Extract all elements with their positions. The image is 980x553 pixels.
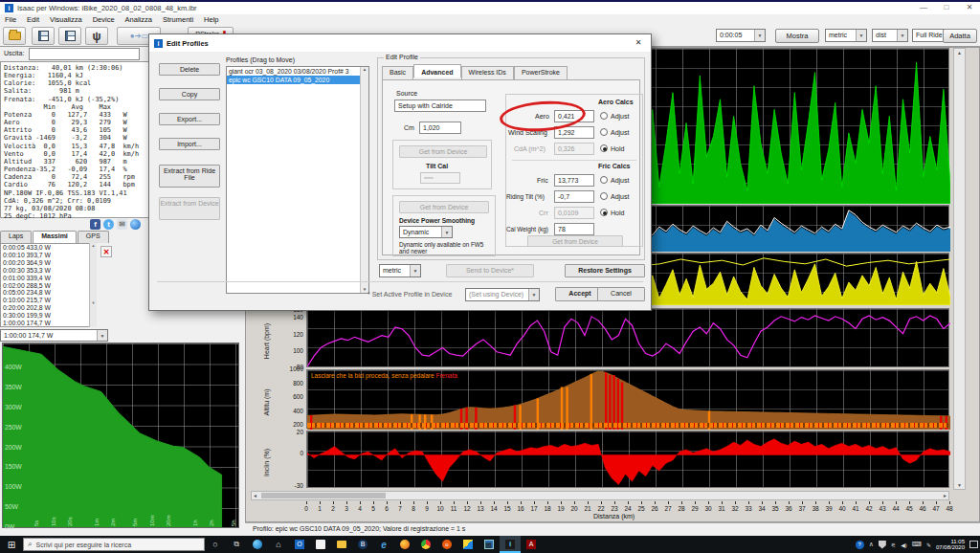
- horizontal-scrollbar[interactable]: ◄►: [251, 491, 949, 500]
- set-active-combo[interactable]: (Set using Device)▼: [465, 288, 540, 301]
- tab-wireless-ids[interactable]: Wireless IDs: [461, 66, 514, 79]
- export-profile-button[interactable]: Export...: [159, 113, 220, 125]
- keyboard-icon[interactable]: ⌨: [912, 541, 922, 548]
- tab-powerstroke[interactable]: PowerStroke: [514, 66, 568, 79]
- adatta-button[interactable]: Adatta: [943, 29, 977, 43]
- file-explorer-icon[interactable]: [331, 536, 352, 553]
- usb-connect-button[interactable]: ψ: [85, 27, 108, 45]
- taskbar-search[interactable]: ⌕ Scrivi qui per eseguire la ricerca: [23, 538, 205, 551]
- network-icon[interactable]: ⚟: [891, 542, 896, 548]
- max-duration-combo[interactable]: 1:00:00 174,7 W▼: [0, 329, 108, 342]
- tray-chevron-icon[interactable]: ∧: [869, 541, 874, 548]
- open-file-button[interactable]: [3, 27, 26, 45]
- menu-item-file[interactable]: File: [5, 15, 16, 24]
- time-interval-combo[interactable]: 0:00:05▼: [716, 29, 766, 42]
- get-from-device-button-3[interactable]: Get from Device: [527, 235, 623, 247]
- chrome-icon[interactable]: [415, 536, 436, 553]
- list-item[interactable]: 0:00:20 364,9 W: [3, 259, 96, 267]
- max-power-list[interactable]: 0:00:05 433,0 W0:00:10 393,7 W0:00:20 36…: [0, 243, 97, 327]
- clock[interactable]: 11:0507/08/2020: [936, 539, 965, 551]
- list-item[interactable]: 0:00:10 393,7 W: [3, 252, 96, 259]
- riding-tilt-field[interactable]: -0,7: [554, 190, 594, 203]
- tilt-adjust-radio[interactable]: Adjust: [600, 192, 629, 200]
- twitter-icon[interactable]: t: [103, 219, 114, 230]
- calculator-icon[interactable]: ▦: [479, 536, 500, 553]
- list-item[interactable]: 0:02:00 288,5 W: [3, 282, 96, 290]
- fric-hold-radio[interactable]: Hold: [600, 209, 624, 216]
- list-item[interactable]: 1:00:00 174,7 W: [3, 320, 96, 327]
- profiles-scrollbar[interactable]: ▲▼: [360, 67, 368, 293]
- chevron-down-icon[interactable]: ▼: [410, 265, 420, 276]
- aero-hold-radio[interactable]: Hold: [600, 144, 624, 152]
- list-item[interactable]: 0:01:00 339,4 W: [3, 275, 96, 282]
- firefox-icon[interactable]: [394, 536, 415, 553]
- list-item[interactable]: 0:10:00 215,7 W: [3, 297, 96, 304]
- dps-combo[interactable]: Dynamic▼: [399, 226, 453, 238]
- fric-adjust-radio[interactable]: Adjust: [600, 176, 629, 184]
- chevron-down-icon[interactable]: ▼: [97, 330, 107, 341]
- extract-from-device-button[interactable]: Extract from Device: [159, 197, 220, 220]
- menu-item-visualizza[interactable]: Visualizza: [50, 15, 82, 24]
- tab-advanced[interactable]: Advanced: [413, 64, 460, 77]
- cancel-button[interactable]: Cancel: [597, 287, 645, 301]
- chevron-down-icon[interactable]: ▼: [856, 30, 866, 41]
- menu-item-device[interactable]: Device: [93, 15, 115, 24]
- aero-adjust-radio[interactable]: Adjust: [600, 112, 629, 120]
- vertical-scrollbar[interactable]: ▲▼: [953, 48, 966, 490]
- pen-icon[interactable]: ✎: [926, 542, 931, 548]
- maximize-button[interactable]: □: [940, 3, 953, 11]
- menu-item-help[interactable]: Help: [204, 15, 218, 24]
- store-icon[interactable]: [310, 536, 331, 553]
- start-button[interactable]: ⊞: [0, 540, 23, 550]
- max-list-scrollbar[interactable]: ▲▼: [89, 243, 97, 327]
- cal-weight-field[interactable]: 78: [554, 223, 594, 235]
- import-profile-button[interactable]: Import...: [159, 138, 220, 150]
- delete-profile-button[interactable]: Delete: [159, 63, 220, 76]
- profiles-list[interactable]: giant ocr 03_08_2020 03/08/2020 Prof# 3e…: [226, 66, 369, 294]
- isaac-app-icon[interactable]: i: [500, 536, 521, 553]
- task-view-button[interactable]: ⧉: [226, 536, 247, 553]
- chevron-down-icon[interactable]: ▼: [528, 289, 539, 300]
- save-as-button[interactable]: [58, 27, 81, 45]
- list-item[interactable]: 0:05:00 234,8 W: [3, 289, 96, 297]
- fric-field[interactable]: 13,773: [554, 174, 594, 187]
- units-combo[interactable]: metric▼: [825, 29, 867, 42]
- tab-basic[interactable]: Basic: [382, 66, 413, 79]
- tab-massimi[interactable]: Massimi: [33, 231, 77, 243]
- internet-explorer-icon[interactable]: e: [373, 536, 394, 553]
- chevron-down-icon[interactable]: ▼: [754, 30, 765, 41]
- list-item[interactable]: 0:00:30 353,3 W: [3, 267, 96, 275]
- wind-adjust-radio[interactable]: Adjust: [600, 128, 629, 136]
- acrobat-icon[interactable]: A: [521, 536, 542, 553]
- profile-item[interactable]: giant ocr 03_08_2020 03/08/2020 Prof# 3: [227, 67, 368, 76]
- mostra-button[interactable]: Mostra: [775, 29, 819, 43]
- delete-entry-button[interactable]: ✕: [100, 246, 112, 257]
- minimize-button[interactable]: —: [917, 3, 930, 11]
- axis-mode-combo[interactable]: dist▼: [872, 29, 908, 42]
- volume-icon[interactable]: ◀): [901, 542, 907, 548]
- shield-icon[interactable]: [879, 541, 886, 549]
- menu-item-analizza[interactable]: Analizza: [125, 15, 152, 24]
- cm-field[interactable]: 1,020: [419, 122, 461, 134]
- save-button[interactable]: [32, 27, 55, 45]
- chevron-down-icon[interactable]: ▼: [441, 227, 452, 237]
- office-icon[interactable]: o: [436, 536, 457, 553]
- dialog-units-combo[interactable]: metric▼: [379, 264, 421, 277]
- list-item[interactable]: 0:00:05 433,0 W: [3, 244, 96, 252]
- home-icon[interactable]: ⌂: [268, 536, 289, 553]
- get-from-device-button-1[interactable]: Get from Device: [399, 145, 487, 158]
- uscita-input[interactable]: [29, 48, 140, 60]
- get-from-device-button-2[interactable]: Get from Device: [399, 201, 489, 213]
- source-field[interactable]: Setup with Calride: [394, 100, 486, 112]
- dialog-close-button[interactable]: ✕: [626, 34, 651, 52]
- list-item[interactable]: 0:30:00 199,9 W: [3, 312, 96, 320]
- menu-item-edit[interactable]: Edit: [27, 15, 39, 24]
- cortana-button[interactable]: ○: [205, 536, 226, 553]
- tab-laps[interactable]: Laps: [0, 231, 32, 243]
- list-item[interactable]: 0:20:00 202,8 W: [3, 304, 96, 312]
- help-tray-icon[interactable]: ?: [856, 541, 864, 549]
- b-app-icon[interactable]: B: [352, 536, 373, 553]
- extract-from-ride-button[interactable]: Extract from Ride File: [159, 165, 220, 188]
- facebook-icon[interactable]: f: [90, 219, 100, 230]
- send-to-device-dialog-button[interactable]: Send to Device*: [446, 264, 534, 277]
